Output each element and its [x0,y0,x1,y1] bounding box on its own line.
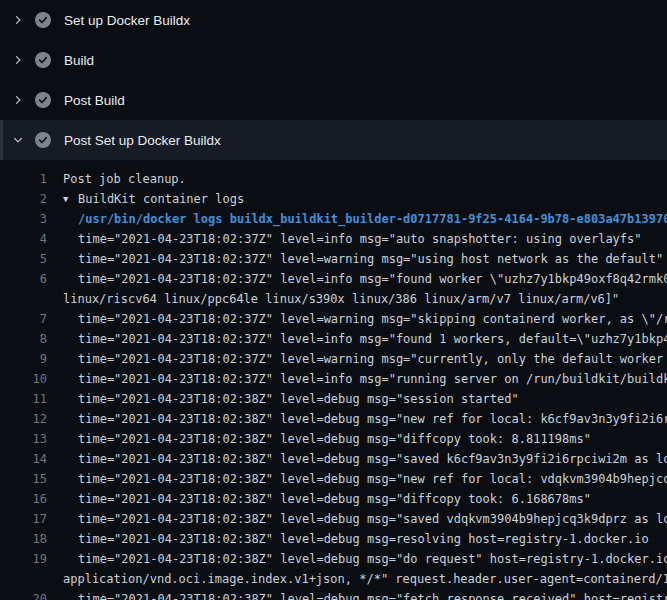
log-line: 3 /usr/bin/docker logs buildx_buildkit_b… [0,209,667,229]
log-line: 8 time="2021-04-23T18:02:37Z" level=info… [0,329,667,349]
line-number[interactable]: 17 [0,509,47,529]
line-number[interactable] [0,569,47,589]
line-number[interactable]: 20 [0,589,47,600]
log-text: time="2021-04-23T18:02:38Z" level=debug … [47,509,667,529]
step-row-set-up-docker-buildx[interactable]: Set up Docker Buildx [0,0,667,40]
log-line: 4 time="2021-04-23T18:02:37Z" level=info… [0,229,667,249]
log-text: time="2021-04-23T18:02:37Z" level=info m… [47,229,642,249]
step-label: Set up Docker Buildx [64,13,190,28]
log-text: time="2021-04-23T18:02:38Z" level=debug … [47,429,591,449]
line-number[interactable]: 14 [0,449,47,469]
line-number[interactable]: 3 [0,209,47,229]
line-number[interactable]: 19 [0,549,47,569]
log-text: linux/riscv64 linux/ppc64le linux/s390x … [47,289,619,309]
line-number[interactable]: 10 [0,369,47,389]
log-line: 15 time="2021-04-23T18:02:38Z" level=deb… [0,469,667,489]
line-number[interactable]: 1 [0,169,47,189]
log-text: time="2021-04-23T18:02:38Z" level=debug … [47,389,519,409]
line-number[interactable]: 11 [0,389,47,409]
collapse-triangle-icon[interactable]: ▼ [63,189,78,209]
log-text: time="2021-04-23T18:02:38Z" level=debug … [47,589,667,600]
log-line: 6 time="2021-04-23T18:02:37Z" level=info… [0,269,667,289]
log-line: 11 time="2021-04-23T18:02:38Z" level=deb… [0,389,667,409]
log-line: 20 time="2021-04-23T18:02:38Z" level=deb… [0,589,667,600]
check-circle-icon [35,12,51,28]
chevron-right-icon [10,52,26,68]
log-line: 5 time="2021-04-23T18:02:37Z" level=warn… [0,249,667,269]
log-text: time="2021-04-23T18:02:38Z" level=debug … [47,489,591,509]
log-line: 13 time="2021-04-23T18:02:38Z" level=deb… [0,429,667,449]
step-row-build[interactable]: Build [0,40,667,80]
log-text: application/vnd.oci.image.index.v1+json,… [47,569,667,589]
log-text: time="2021-04-23T18:02:37Z" level=info m… [47,329,667,349]
step-row-post-set-up-docker-buildx[interactable]: Post Set up Docker Buildx [0,120,667,160]
active-step-indicator [0,120,3,160]
line-number[interactable]: 8 [0,329,47,349]
log-line: 17 time="2021-04-23T18:02:38Z" level=deb… [0,509,667,529]
chevron-down-icon [10,132,26,148]
line-number[interactable]: 4 [0,229,47,249]
log-line: linux/riscv64 linux/ppc64le linux/s390x … [0,289,667,309]
log-text: ▼BuildKit container logs [47,189,244,209]
log-text: time="2021-04-23T18:02:38Z" level=debug … [47,469,667,489]
log-text: time="2021-04-23T18:02:37Z" level=warnin… [47,249,663,269]
log-text: time="2021-04-23T18:02:37Z" level=info m… [47,369,667,389]
step-label: Post Build [64,93,125,108]
line-number[interactable]: 5 [0,249,47,269]
line-number[interactable] [0,289,47,309]
line-number[interactable]: 16 [0,489,47,509]
steps-list: Set up Docker Buildx Build Post Build Po… [0,0,667,160]
log-group-label[interactable]: BuildKit container logs [78,192,244,206]
log-line: 14 time="2021-04-23T18:02:38Z" level=deb… [0,449,667,469]
line-number[interactable]: 6 [0,269,47,289]
log-text: time="2021-04-23T18:02:37Z" level=warnin… [47,349,667,369]
log-line: 9 time="2021-04-23T18:02:37Z" level=warn… [0,349,667,369]
line-number[interactable]: 2 [0,189,47,209]
log-text: /usr/bin/docker logs buildx_buildkit_bui… [47,209,667,229]
step-label: Post Set up Docker Buildx [64,133,221,148]
step-label: Build [64,53,94,68]
log-line: application/vnd.oci.image.index.v1+json,… [0,569,667,589]
log-line: 16 time="2021-04-23T18:02:38Z" level=deb… [0,489,667,509]
log-text: time="2021-04-23T18:02:38Z" level=debug … [47,529,649,549]
step-row-post-build[interactable]: Post Build [0,80,667,120]
log-pane: 1 Post job cleanup. 2 ▼BuildKit containe… [0,160,667,600]
log-text: time="2021-04-23T18:02:37Z" level=warnin… [47,309,667,329]
log-line: 12 time="2021-04-23T18:02:38Z" level=deb… [0,409,667,429]
line-number[interactable]: 18 [0,529,47,549]
log-line: 19 time="2021-04-23T18:02:38Z" level=deb… [0,549,667,569]
chevron-right-icon [10,12,26,28]
log-text: time="2021-04-23T18:02:38Z" level=debug … [47,449,667,469]
chevron-right-icon [10,92,26,108]
log-line: 2 ▼BuildKit container logs [0,189,667,209]
check-circle-icon [35,132,51,148]
log-line: 7 time="2021-04-23T18:02:37Z" level=warn… [0,309,667,329]
line-number[interactable]: 9 [0,349,47,369]
log-line: 10 time="2021-04-23T18:02:37Z" level=inf… [0,369,667,389]
line-number[interactable]: 15 [0,469,47,489]
line-number[interactable]: 7 [0,309,47,329]
log-text: Post job cleanup. [47,169,186,189]
line-number[interactable]: 12 [0,409,47,429]
check-circle-icon [35,52,51,68]
log-text: time="2021-04-23T18:02:38Z" level=debug … [47,549,667,569]
log-text: time="2021-04-23T18:02:38Z" level=debug … [47,409,667,429]
log-text: time="2021-04-23T18:02:37Z" level=info m… [47,269,667,289]
log-line: 1 Post job cleanup. [0,169,667,189]
line-number[interactable]: 13 [0,429,47,449]
check-circle-icon [35,92,51,108]
log-line: 18 time="2021-04-23T18:02:38Z" level=deb… [0,529,667,549]
